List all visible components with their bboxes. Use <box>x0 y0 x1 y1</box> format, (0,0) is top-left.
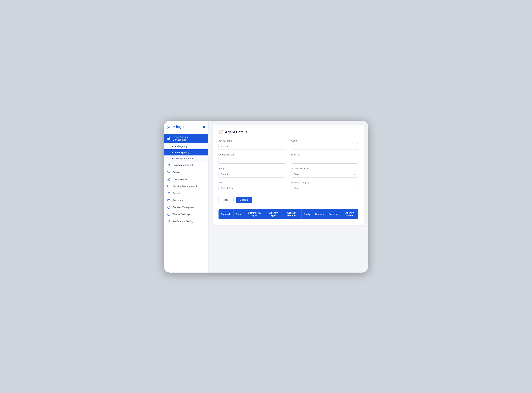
svg-point-3 <box>168 164 169 165</box>
sidebar-item-travel-agency[interactable]: Travel Agency Management ∨ <box>164 134 208 143</box>
results-table-section: AgencyId Code Commercial Type Agency Typ… <box>219 209 358 219</box>
agent-details-form: Agency Type Select Individual Corporate … <box>219 139 358 192</box>
results-table: AgencyId Code Commercial Type Agency Typ… <box>219 209 358 219</box>
sidebar-item-add-agency[interactable]: Add Agency <box>164 143 208 149</box>
table-header-row: AgencyId Code Commercial Type Agency Typ… <box>219 209 358 219</box>
main-inner: 📈 Agent Details Agency Type Select Indiv… <box>213 125 364 225</box>
contact-person-group: Contact Person <box>219 153 285 164</box>
col-account-manager: Account Manager <box>282 209 302 219</box>
col-country: Country <box>313 209 326 219</box>
agency-type-label: Agency Type <box>219 139 285 142</box>
svg-rect-11 <box>167 199 170 201</box>
accounts-icon <box>167 199 171 202</box>
sidebar-item-reports[interactable]: Reports › <box>164 190 208 197</box>
entity-label: Entity <box>219 167 285 170</box>
section-title-row: 📈 Agent Details <box>219 130 358 134</box>
bullet-icon <box>172 152 173 153</box>
entity-select[interactable]: Select Entity 1 Entity 2 <box>219 171 285 177</box>
email-label: Email ID <box>291 153 358 156</box>
svg-rect-2 <box>170 137 170 139</box>
agent-details-icon: 📈 <box>219 130 223 134</box>
chevron-right-icon: › <box>205 220 205 223</box>
agency-type-group: Agency Type Select Individual Corporate <box>219 139 285 150</box>
sidebar-item-role-management[interactable]: Role Management › <box>164 162 208 169</box>
content-management-label: Content Managment <box>172 206 203 209</box>
notif-icon <box>167 220 171 223</box>
sidebar: your-logo ‹‹ Travel Agency Management ∨ <box>164 121 209 273</box>
agency-type-select[interactable]: Select Individual Corporate <box>219 143 285 150</box>
account-manager-label: Account Manager <box>291 167 358 170</box>
admin-label: Admin <box>172 171 203 173</box>
bullet-icon <box>172 146 173 147</box>
city-select[interactable]: Select City City 1 City 2 <box>219 185 285 192</box>
city-group: City Select City City 1 City 2 <box>219 181 285 192</box>
chevron-down-icon: ∨ <box>204 137 205 140</box>
sidebar-item-organization[interactable]: Organization › <box>164 176 208 183</box>
chevron-right-icon: › <box>205 185 205 187</box>
col-agencyid: AgencyId <box>219 209 234 219</box>
chevron-right-icon: › <box>205 199 205 201</box>
svg-rect-0 <box>167 138 168 140</box>
code-group: Code <box>291 139 358 150</box>
col-agency-type: Agency Type <box>265 209 282 219</box>
agency-category-select[interactable]: Select Category 1 Category 2 <box>291 185 358 192</box>
section-title: Agent Details <box>225 130 247 134</box>
user-management-label: User Management <box>174 157 194 160</box>
collapse-button[interactable]: ‹‹ <box>203 125 205 129</box>
form-actions: Reset Search <box>219 196 358 203</box>
logo-text: your-logo <box>167 125 184 129</box>
booking-management-label: Booking Management <box>172 185 203 187</box>
agency-category-label: Agency Category <box>291 181 358 184</box>
content-icon <box>167 206 171 209</box>
chevron-right-icon: › <box>205 171 205 173</box>
entity-group: Entity Select Entity 1 Entity 2 <box>219 167 285 177</box>
reset-button[interactable]: Reset <box>219 196 234 203</box>
sidebar-item-user-management[interactable]: User Management <box>164 155 208 162</box>
col-code: Code <box>234 209 244 219</box>
travel-agency-submenu: Add Agency View Agency User Management <box>164 143 208 162</box>
chart-icon <box>167 137 171 140</box>
sidebar-navigation: Travel Agency Management ∨ Add Agency Vi… <box>164 133 208 273</box>
chevron-right-icon: › <box>205 192 205 195</box>
sidebar-item-notification-settings[interactable]: Notification Settings › <box>164 218 208 225</box>
sidebar-item-content-management[interactable]: Content Managment › <box>164 204 208 211</box>
code-label: Code <box>291 139 358 142</box>
device-frame: your-logo ‹‹ Travel Agency Management ∨ <box>164 121 368 273</box>
sidebar-item-booking-management[interactable]: Booking Management › <box>164 183 208 190</box>
sidebar-item-view-agency[interactable]: View Agency <box>164 149 208 155</box>
city-label: City <box>219 181 285 184</box>
org-icon <box>167 178 171 181</box>
col-agency-name: Agency Name <box>341 209 358 219</box>
code-input[interactable] <box>291 143 358 150</box>
contact-person-label: Contact Person <box>219 153 285 156</box>
col-commercial-type: Commercial Type <box>244 209 265 219</box>
sidebar-item-accounts[interactable]: Accounts › <box>164 197 208 204</box>
main-content: 📈 Agent Details Agency Type Select Indiv… <box>209 121 368 273</box>
booking-icon <box>167 185 171 188</box>
account-manager-group: Account Manager Select Manager 1 Manager… <box>291 167 358 177</box>
search-button[interactable]: Search <box>236 196 252 203</box>
theme-icon <box>167 213 171 216</box>
reports-icon <box>167 192 171 195</box>
chevron-right-icon: › <box>205 164 205 166</box>
sidebar-item-admin[interactable]: Admin › <box>164 169 208 176</box>
account-manager-select[interactable]: Select Manager 1 Manager 2 <box>291 171 358 177</box>
admin-icon <box>167 171 171 174</box>
sidebar-header: your-logo ‹‹ <box>164 121 208 133</box>
app-container: your-logo ‹‹ Travel Agency Management ∨ <box>164 121 368 273</box>
contact-person-input[interactable] <box>219 157 285 164</box>
view-agency-label: View Agency <box>174 151 189 154</box>
bullet-icon <box>172 158 173 159</box>
sidebar-item-theme-settings[interactable]: Theme Settings › <box>164 211 208 218</box>
chevron-right-icon: › <box>205 206 205 209</box>
col-entity: Entity <box>302 209 313 219</box>
role-management-label: Role Management <box>172 164 203 166</box>
organization-label: Organization <box>172 178 203 181</box>
chevron-right-icon: › <box>205 178 205 181</box>
add-agency-label: Add Agency <box>174 145 187 148</box>
svg-rect-1 <box>169 138 169 139</box>
chevron-right-icon: › <box>205 213 205 216</box>
email-input[interactable] <box>291 157 358 164</box>
table-header: AgencyId Code Commercial Type Agency Typ… <box>219 209 358 219</box>
travel-agency-label: Travel Agency Management <box>172 136 202 141</box>
